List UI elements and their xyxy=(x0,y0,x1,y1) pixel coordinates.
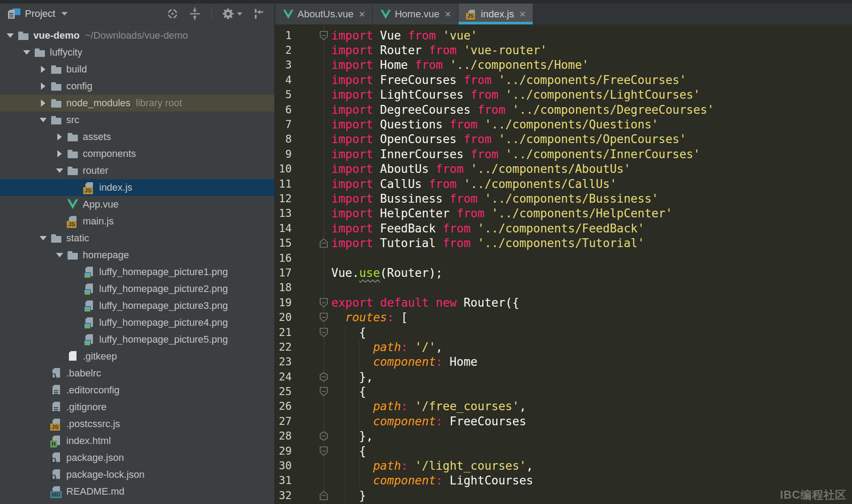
fold-marker[interactable] xyxy=(292,325,331,340)
line-number: 15 xyxy=(275,237,292,249)
project-tree: vue-demo~/Downloads/vue-demoluffycitybui… xyxy=(0,24,274,500)
code-text: { xyxy=(331,385,366,398)
hide-panel-icon[interactable] xyxy=(251,7,265,20)
tree-item-router[interactable]: router xyxy=(0,162,274,179)
tab-label: AboutUs.vue xyxy=(297,8,354,20)
tree-item--gitkeep[interactable]: .gitkeep xyxy=(0,348,274,365)
fold-column xyxy=(292,206,331,221)
fold-marker[interactable] xyxy=(292,310,331,324)
tree-item-index-js[interactable]: JSindex.js xyxy=(0,179,274,196)
code-line-27: 27 component: FreeCourses xyxy=(275,414,852,428)
fold-column xyxy=(292,280,331,295)
tree-item--postcssrc-js[interactable]: JS.postcssrc.js xyxy=(0,416,274,432)
expanded-arrow-icon[interactable] xyxy=(37,118,49,122)
code-line-25: 25 { xyxy=(275,384,852,399)
fold-marker[interactable] xyxy=(292,295,331,310)
code-line-32: 32 } xyxy=(275,488,852,503)
locate-icon[interactable] xyxy=(166,7,179,20)
line-number: 2 xyxy=(275,44,292,56)
code-text: import CallUs from '../components/CallUs… xyxy=(331,177,617,191)
close-icon[interactable]: × xyxy=(445,10,451,19)
code-line-14: 14import FeedBack from '../components/Fe… xyxy=(275,221,852,236)
tree-item-luffy-homepage-picture3-png[interactable]: luffy_homepage_picture3.png xyxy=(0,297,274,314)
fold-marker[interactable] xyxy=(292,369,331,384)
tree-item-label: static xyxy=(66,232,89,244)
tree-item-label: components xyxy=(83,148,136,160)
tree-item-index-html[interactable]: Hindex.html xyxy=(0,432,274,449)
collapsed-arrow-icon[interactable] xyxy=(54,133,65,140)
close-icon[interactable]: × xyxy=(519,10,526,19)
expanded-arrow-icon[interactable] xyxy=(54,168,65,173)
watermark: IBC编程社区 xyxy=(780,488,847,502)
code-text: import DegreeCourses from '../components… xyxy=(331,103,714,116)
settings-icon[interactable] xyxy=(221,7,242,21)
js-file-icon: JS xyxy=(466,9,476,19)
fold-marker[interactable] xyxy=(292,429,331,444)
tree-item-main-js[interactable]: JSmain.js xyxy=(0,213,274,230)
expanded-arrow-icon[interactable] xyxy=(54,253,65,257)
tab-aboutus-vue[interactable]: AboutUs.vue× xyxy=(275,4,373,24)
vue-logo-icon xyxy=(283,9,293,19)
tree-item-label: luffy_homepage_picture2.png xyxy=(99,283,228,295)
fold-marker[interactable] xyxy=(292,488,331,503)
tree-item-luffy-homepage-picture1-png[interactable]: luffy_homepage_picture1.png xyxy=(0,264,274,280)
tree-item-components[interactable]: components xyxy=(0,145,274,162)
tree-item-luffy-homepage-picture2-png[interactable]: luffy_homepage_picture2.png xyxy=(0,280,274,297)
code-line-21: 21 { xyxy=(275,325,852,340)
tree-item-package-json[interactable]: {}package.json xyxy=(0,449,274,466)
fold-marker[interactable] xyxy=(292,236,331,250)
fold-marker[interactable] xyxy=(292,444,331,458)
tree-item-assets[interactable]: assets xyxy=(0,128,274,145)
tree-item--gitignore[interactable]: .gitignore xyxy=(0,399,274,416)
tree-item-config[interactable]: config xyxy=(0,78,274,95)
collapsed-arrow-icon[interactable] xyxy=(54,150,65,157)
fold-marker[interactable] xyxy=(292,28,331,43)
toolbar-separator xyxy=(211,7,212,20)
collapsed-arrow-icon[interactable] xyxy=(37,100,49,107)
fold-marker[interactable] xyxy=(292,384,331,399)
editor-tab-bar: AboutUs.vue×Home.vue×JSindex.js× xyxy=(275,4,852,24)
tree-item-luffy-homepage-picture5-png[interactable]: luffy_homepage_picture5.png xyxy=(0,331,274,348)
collapsed-arrow-icon[interactable] xyxy=(37,83,49,90)
tree-item-homepage[interactable]: homepage xyxy=(0,247,274,264)
code-text: component: Home xyxy=(331,355,478,368)
code-editor[interactable]: 1import Vue from 'vue'2import Router fro… xyxy=(275,24,852,504)
code-line-7: 7import Questions from '../components/Qu… xyxy=(275,117,852,132)
code-line-23: 23 component: Home xyxy=(275,355,852,369)
tree-item-static[interactable]: static xyxy=(0,230,274,247)
tree-item--babelrc[interactable]: {}.babelrc xyxy=(0,365,274,382)
line-number: 23 xyxy=(275,356,292,368)
expanded-arrow-icon[interactable] xyxy=(21,50,32,55)
tab-index-js[interactable]: JSindex.js× xyxy=(458,4,533,24)
line-number: 27 xyxy=(275,415,292,428)
line-number: 10 xyxy=(275,163,292,175)
image-file-icon xyxy=(83,266,95,278)
tree-item-label: luffy_homepage_picture3.png xyxy=(99,300,228,312)
collapse-all-icon[interactable] xyxy=(188,7,201,20)
code-line-29: 29 { xyxy=(275,444,852,458)
tree-item-node-modules[interactable]: node_moduleslibrary root xyxy=(0,95,274,112)
collapsed-arrow-icon[interactable] xyxy=(37,66,49,73)
expanded-arrow-icon[interactable] xyxy=(37,236,49,240)
tree-item-vue-demo[interactable]: vue-demo~/Downloads/vue-demo xyxy=(0,27,274,44)
folder-icon xyxy=(50,97,62,109)
tree-item--editorconfig[interactable]: .editorconfig xyxy=(0,382,274,399)
code-text: import OpenCourses from '../components/O… xyxy=(331,132,686,146)
tree-item-app-vue[interactable]: App.vue xyxy=(0,196,274,213)
tree-item-build[interactable]: build xyxy=(0,61,274,78)
tree-item-label: luffy_homepage_picture4.png xyxy=(99,317,228,328)
tree-item-label: src xyxy=(66,114,79,126)
tree-item-src[interactable]: src xyxy=(0,112,274,128)
chevron-down-icon[interactable] xyxy=(61,12,68,16)
tree-item-readme-md[interactable]: MDREADME.md xyxy=(0,483,274,500)
folder-icon xyxy=(50,232,62,244)
tree-item-luffycity[interactable]: luffycity xyxy=(0,44,274,61)
code-line-17: 17Vue.use(Router); xyxy=(275,265,852,280)
expanded-arrow-icon[interactable] xyxy=(4,33,16,38)
close-icon[interactable]: × xyxy=(359,10,365,19)
tree-item-luffy-homepage-picture4-png[interactable]: luffy_homepage_picture4.png xyxy=(0,314,274,331)
code-line-22: 22 path: '/', xyxy=(275,340,852,354)
tab-home-vue[interactable]: Home.vue× xyxy=(373,4,458,24)
tree-item-package-lock-json[interactable]: {}package-lock.json xyxy=(0,466,274,483)
code-text: { xyxy=(331,444,366,458)
